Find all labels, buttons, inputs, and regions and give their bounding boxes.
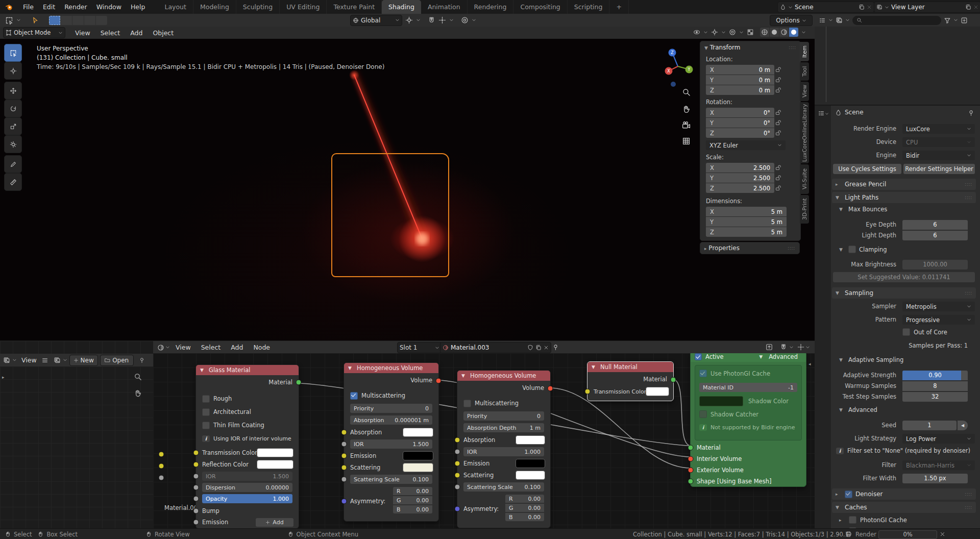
- absorption-socket[interactable]: [455, 437, 460, 443]
- dim-z-field[interactable]: Z5 m: [706, 227, 787, 237]
- opacity-slider[interactable]: Opacity1.000: [202, 494, 292, 503]
- workspace-tab-modeling[interactable]: Modeling: [193, 0, 236, 14]
- caches-section[interactable]: ▼Caches::::: [832, 502, 976, 513]
- light-paths-section[interactable]: ▼Light Paths::::: [832, 192, 976, 203]
- seed-animate-button[interactable]: ◀: [958, 421, 968, 430]
- viewport-menu-add[interactable]: Add: [126, 29, 147, 37]
- npanel-tab-luxcoreonlinelibrary[interactable]: LuxCoreOnlineLibrary: [800, 102, 809, 163]
- shadow-catcher-checkbox[interactable]: [699, 410, 707, 418]
- location-y-field[interactable]: Y0 m: [706, 75, 774, 85]
- scattering-scale-field[interactable]: Scattering Scale0.100: [463, 482, 544, 492]
- node-homogeneous-volume-1[interactable]: ▼Homogeneous Volume Volume Multiscatteri…: [344, 362, 439, 522]
- reflection-color-swatch[interactable]: [257, 460, 293, 469]
- pan-gizmo-icon[interactable]: [134, 389, 142, 397]
- material-output-socket[interactable]: [296, 380, 302, 385]
- max-bounces-section[interactable]: ▼Max Bounces: [839, 206, 887, 213]
- scattering-scale-socket[interactable]: [455, 484, 460, 490]
- menu-edit[interactable]: Edit: [38, 3, 60, 11]
- image-editor[interactable]: View New Open ▸: [0, 340, 153, 529]
- dispersion-socket[interactable]: [193, 485, 199, 491]
- image-menu-view[interactable]: View: [19, 356, 39, 364]
- pin-icon[interactable]: [968, 110, 974, 116]
- lock-open-icon[interactable]: [775, 66, 781, 73]
- emission-swatch[interactable]: [403, 451, 433, 460]
- shader-editor-canvas[interactable]: Material.003 ▼Glass Material Material Ro…: [153, 353, 815, 528]
- bump-socket[interactable]: [193, 508, 199, 514]
- workspace-tab-texture-paint[interactable]: Texture Paint: [327, 0, 382, 14]
- use-photongi-checkbox[interactable]: [699, 370, 707, 377]
- shader-menu-add[interactable]: Add: [226, 344, 248, 351]
- snap-target-icon[interactable]: [438, 16, 446, 24]
- ior-socket[interactable]: [193, 474, 199, 479]
- collapse-icon[interactable]: ▼: [348, 365, 354, 371]
- workspace-tab-rendering[interactable]: Rendering: [468, 0, 514, 14]
- shading-material-icon[interactable]: [779, 28, 789, 37]
- lock-open-icon[interactable]: [775, 119, 781, 126]
- scattering-scale-field[interactable]: Scattering Scale0.100: [350, 475, 432, 484]
- multiscattering-checkbox[interactable]: [350, 392, 358, 400]
- tool-measure[interactable]: [4, 173, 22, 191]
- cancel-render-icon[interactable]: [940, 531, 945, 537]
- denoiser-checkbox[interactable]: [845, 491, 852, 498]
- workspace-tab-shading[interactable]: Shading: [382, 0, 421, 14]
- image-browse-icon[interactable]: [54, 357, 61, 364]
- selected-cube-outline[interactable]: [331, 153, 449, 277]
- transmission-color-swatch[interactable]: [646, 387, 669, 396]
- proportional-edit-icon[interactable]: [461, 16, 469, 24]
- blender-logo-icon[interactable]: [4, 3, 14, 11]
- snap-magnet-icon[interactable]: [428, 16, 435, 24]
- menu-help[interactable]: Help: [126, 3, 150, 11]
- asymmetry-b-field[interactable]: B0.00: [393, 505, 432, 513]
- sidebar-toggle-icon[interactable]: ◂: [808, 361, 815, 366]
- emission-swatch[interactable]: [516, 459, 545, 468]
- outliner-id-filter-icon[interactable]: [836, 17, 843, 24]
- outliner-display-mode-icon[interactable]: [819, 17, 826, 24]
- pan-gizmo-icon[interactable]: [682, 105, 691, 113]
- workspace-tab-layout[interactable]: Layout: [158, 0, 193, 14]
- navigation-gizmo[interactable]: Z Y X: [654, 43, 700, 99]
- node-glass-material[interactable]: ▼Glass Material Material Rough Architect…: [195, 364, 299, 528]
- absorption-swatch[interactable]: [403, 428, 433, 437]
- menu-window[interactable]: Window: [92, 3, 126, 11]
- gizmos-toggle-icon[interactable]: [711, 29, 718, 36]
- material-output-socket[interactable]: [671, 377, 676, 383]
- copy-icon[interactable]: [965, 4, 971, 10]
- snap-icon[interactable]: [780, 344, 787, 351]
- dispersion-field[interactable]: Dispersion0.00000: [202, 483, 292, 492]
- scattering-swatch[interactable]: [403, 463, 433, 472]
- new-collection-icon[interactable]: [961, 17, 968, 24]
- drag-dots-icon[interactable]: ::::: [789, 45, 796, 50]
- absorption-depth-field[interactable]: Absorption Depth1 m: [463, 423, 544, 432]
- priority-field[interactable]: Priority0: [463, 411, 544, 421]
- lock-open-icon[interactable]: [775, 77, 781, 83]
- shape-input-socket[interactable]: [688, 479, 694, 484]
- lock-open-icon[interactable]: [775, 109, 781, 116]
- shading-rendered-icon[interactable]: [789, 28, 798, 37]
- clamping-section[interactable]: ▼Clamping: [839, 246, 887, 253]
- tool-transform[interactable]: [4, 135, 22, 153]
- workspace-tab-uv-editing[interactable]: UV Editing: [280, 0, 327, 14]
- sampler-dropdown[interactable]: Metropolis: [902, 302, 975, 311]
- go-to-parent-icon[interactable]: [766, 344, 773, 351]
- shading-wireframe-icon[interactable]: [760, 28, 769, 37]
- scattering-scale-socket[interactable]: [341, 477, 347, 482]
- multiscattering-checkbox[interactable]: [463, 400, 471, 407]
- absorption-swatch[interactable]: [516, 435, 545, 445]
- tool-annotate[interactable]: [4, 155, 22, 173]
- asymmetry-socket[interactable]: [455, 506, 460, 512]
- tool-rotate[interactable]: [4, 100, 22, 117]
- shader-menu-node[interactable]: Node: [249, 344, 275, 351]
- sidebar-toggle-icon[interactable]: ▸: [2, 375, 8, 380]
- scale-y-field[interactable]: Y2.500: [706, 173, 774, 183]
- advanced-section[interactable]: ▼Advanced: [839, 406, 877, 413]
- node-luxcore-output[interactable]: Active ▼ Advanced Use PhotonGI Cache Mat…: [690, 353, 806, 487]
- viewport-menu-view[interactable]: View: [70, 29, 95, 37]
- scale-z-field[interactable]: Z2.500: [706, 183, 774, 193]
- npanel-tab-vi-suite[interactable]: VI-Suite: [800, 164, 809, 194]
- workspace-tab-scripting[interactable]: Scripting: [568, 0, 610, 14]
- node-null-material[interactable]: ▼Null Material Material Transmission Col…: [587, 361, 674, 401]
- select-mode-invert[interactable]: [84, 16, 95, 25]
- exterior-volume-input-socket[interactable]: [688, 468, 694, 473]
- render-settings-helper-button[interactable]: Render Settings Helper: [903, 164, 975, 174]
- tool-scale[interactable]: [4, 117, 22, 135]
